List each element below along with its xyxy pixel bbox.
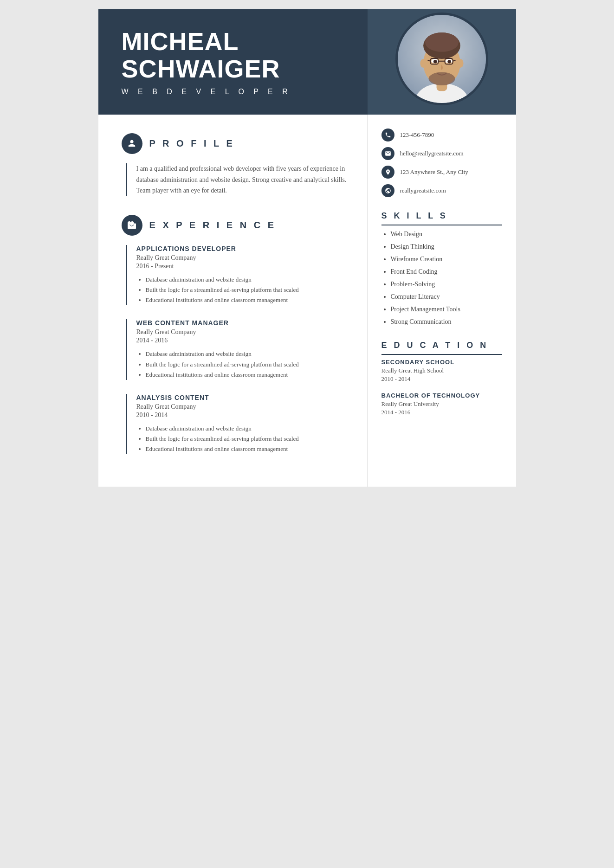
email-icon <box>381 147 394 160</box>
profile-header: P R O F I L E <box>122 133 349 154</box>
skill-item: Front End Coding <box>391 267 502 276</box>
skills-list: Web DesignDesign ThinkingWireframe Creat… <box>381 229 502 327</box>
profile-section: P R O F I L E I am a qualified and profe… <box>122 133 349 196</box>
name-line1: MICHEAL <box>122 27 239 55</box>
avatar <box>395 13 488 105</box>
job-item: APPLICATIONS DEVELOPER Really Great Comp… <box>126 245 349 305</box>
website-icon <box>381 184 394 197</box>
header: MICHEAL SCHWAIGER W E B D E V E L O P E … <box>98 9 516 115</box>
skill-item: Design Thinking <box>391 242 502 251</box>
experience-title: E X P E R I E N C E <box>149 220 277 231</box>
resume-container: MICHEAL SCHWAIGER W E B D E V E L O P E … <box>98 9 516 487</box>
experience-icon <box>122 215 142 236</box>
profile-title: P R O F I L E <box>149 138 235 149</box>
bullet-item: Built the logic for a streamlined ad-ser… <box>146 285 349 295</box>
skills-title: S K I L L S <box>381 211 502 225</box>
bullet-item: Database administration and website desi… <box>146 349 349 359</box>
education-title: E D U C A T I O N <box>381 341 502 355</box>
skill-item: Problem-Solving <box>391 279 502 289</box>
education-item: SECONDARY SCHOOL Really Great High Schoo… <box>381 359 502 383</box>
body: P R O F I L E I am a qualified and profe… <box>98 115 516 487</box>
job-item: ANALYSIS CONTENT Really Great Company 20… <box>126 394 349 454</box>
svg-point-5 <box>425 32 458 52</box>
right-column: 123-456-7890 hello@reallygreatsite.com <box>368 115 516 487</box>
profile-icon <box>122 133 142 154</box>
contact-section: 123-456-7890 hello@reallygreatsite.com <box>381 129 502 197</box>
job-company: Really Great Company <box>136 328 349 336</box>
candidate-name: MICHEAL SCHWAIGER <box>122 28 349 83</box>
skill-item: Wireframe Creation <box>391 254 502 264</box>
phone-icon <box>381 129 394 141</box>
skill-item: Computer Literacy <box>391 292 502 302</box>
name-line2: SCHWAIGER <box>122 55 280 83</box>
candidate-title: W E B D E V E L O P E R <box>122 88 349 96</box>
contact-phone: 123-456-7890 <box>381 129 502 141</box>
contact-address: 123 Anywhere St., Any City <box>381 166 502 179</box>
job-years: 2014 - 2016 <box>136 337 349 344</box>
experience-header: E X P E R I E N C E <box>122 215 349 236</box>
contact-website: reallygreatsite.com <box>381 184 502 197</box>
edu-degree: BACHELOR OF TECHNOLOGY <box>381 392 502 399</box>
phone-text: 123-456-7890 <box>400 131 434 139</box>
svg-point-15 <box>428 72 455 85</box>
bullet-item: Educational institutions and online clas… <box>146 370 349 380</box>
header-left: MICHEAL SCHWAIGER W E B D E V E L O P E … <box>98 9 368 115</box>
bullet-item: Database administration and website desi… <box>146 275 349 285</box>
header-right <box>368 9 516 115</box>
job-bullets: Database administration and website desi… <box>136 424 349 454</box>
edu-school: Really Great University <box>381 400 502 408</box>
address-text: 123 Anywhere St., Any City <box>400 168 468 176</box>
job-title: APPLICATIONS DEVELOPER <box>136 245 349 252</box>
svg-point-17 <box>457 59 463 68</box>
job-bullets: Database administration and website desi… <box>136 349 349 379</box>
svg-point-16 <box>420 59 426 68</box>
job-title: ANALYSIS CONTENT <box>136 394 349 401</box>
bullet-item: Database administration and website desi… <box>146 424 349 434</box>
job-company: Really Great Company <box>136 254 349 262</box>
edu-degree: SECONDARY SCHOOL <box>381 359 502 366</box>
jobs-container: APPLICATIONS DEVELOPER Really Great Comp… <box>122 245 349 454</box>
education-container: SECONDARY SCHOOL Really Great High Schoo… <box>381 359 502 416</box>
experience-section: E X P E R I E N C E APPLICATIONS DEVELOP… <box>122 215 349 454</box>
edu-years: 2014 - 2016 <box>381 409 502 416</box>
bullet-item: Educational institutions and online clas… <box>146 444 349 454</box>
location-icon <box>381 166 394 179</box>
skill-item: Web Design <box>391 229 502 239</box>
contact-email: hello@reallygreatsite.com <box>381 147 502 160</box>
job-company: Really Great Company <box>136 403 349 411</box>
edu-school: Really Great High School <box>381 367 502 374</box>
svg-point-8 <box>433 60 437 64</box>
bullet-item: Built the logic for a streamlined ad-ser… <box>146 434 349 444</box>
job-title: WEB CONTENT MANAGER <box>136 319 349 327</box>
svg-point-9 <box>447 60 451 64</box>
bullet-item: Educational institutions and online clas… <box>146 295 349 305</box>
education-section: E D U C A T I O N SECONDARY SCHOOL Reall… <box>381 341 502 416</box>
profile-text: I am a qualified and professional web de… <box>126 163 349 196</box>
skill-item: Project Management Tools <box>391 304 502 314</box>
education-item: BACHELOR OF TECHNOLOGY Really Great Univ… <box>381 392 502 416</box>
skill-item: Strong Communication <box>391 317 502 327</box>
website-text: reallygreatsite.com <box>400 187 446 194</box>
skills-section: S K I L L S Web DesignDesign ThinkingWir… <box>381 211 502 327</box>
job-item: WEB CONTENT MANAGER Really Great Company… <box>126 319 349 379</box>
email-text: hello@reallygreatsite.com <box>400 150 464 157</box>
job-years: 2016 - Present <box>136 263 349 270</box>
edu-years: 2010 - 2014 <box>381 375 502 383</box>
job-years: 2010 - 2014 <box>136 411 349 419</box>
left-column: P R O F I L E I am a qualified and profe… <box>98 115 368 487</box>
bullet-item: Built the logic for a streamlined ad-ser… <box>146 360 349 370</box>
job-bullets: Database administration and website desi… <box>136 275 349 305</box>
